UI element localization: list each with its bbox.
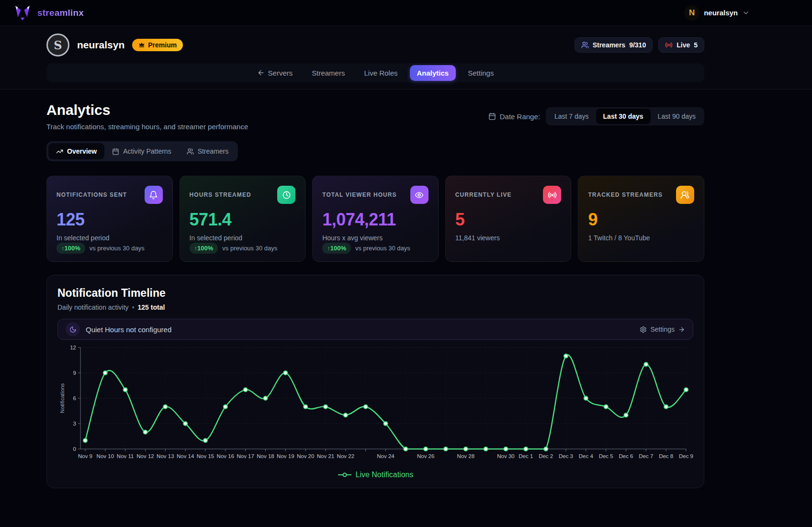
range-option-last-90-days[interactable]: Last 90 days <box>651 109 703 124</box>
data-point[interactable] <box>604 405 608 409</box>
data-point[interactable] <box>324 405 327 409</box>
nav-item-settings[interactable]: Settings <box>461 65 501 81</box>
nav-item-streamers[interactable]: Streamers <box>304 65 352 81</box>
tab-overview[interactable]: Overview <box>48 143 104 159</box>
x-tick-label: Nov 14 <box>177 453 194 459</box>
y-tick-label: 0 <box>73 446 76 452</box>
data-point[interactable] <box>183 422 187 426</box>
data-point[interactable] <box>304 405 307 409</box>
y-tick-label: 6 <box>73 395 76 401</box>
x-tick-label: Nov 28 <box>457 453 474 459</box>
data-point[interactable] <box>524 447 528 451</box>
data-point[interactable] <box>144 430 147 434</box>
arrow-right-icon <box>678 326 685 333</box>
data-point[interactable] <box>364 405 368 409</box>
data-point[interactable] <box>484 447 488 451</box>
data-point[interactable] <box>664 405 668 409</box>
nav-item-servers[interactable]: Servers <box>250 65 300 81</box>
stat-cards: NOTIFICATIONS SENT125In selected period↑… <box>46 176 704 262</box>
brand[interactable]: streamlinx <box>12 4 84 22</box>
stat-value: 9 <box>588 210 694 230</box>
data-point[interactable] <box>424 447 428 451</box>
data-point[interactable] <box>464 447 468 451</box>
stat-value: 125 <box>56 210 163 230</box>
x-tick-label: Nov 15 <box>197 453 214 459</box>
data-point[interactable] <box>203 438 207 442</box>
wolf-logo-icon <box>12 4 33 22</box>
tab-activity-patterns[interactable]: Activity Patterns <box>104 143 179 159</box>
server-header: S neuralsyn Premium Streamers 9/310 <box>0 26 812 90</box>
x-tick-label: Nov 10 <box>97 453 114 459</box>
data-point[interactable] <box>644 362 648 366</box>
chevron-down-icon <box>742 9 750 17</box>
users-icon <box>187 148 194 155</box>
data-point[interactable] <box>624 413 628 417</box>
stat-sub: 1 Twitch / 8 YouTube <box>588 234 694 242</box>
data-point[interactable] <box>444 447 448 451</box>
data-point[interactable] <box>103 371 107 375</box>
tab-streamers[interactable]: Streamers <box>179 143 237 159</box>
stat-sub: 11,841 viewers <box>455 234 562 242</box>
data-point[interactable] <box>344 413 348 417</box>
data-point[interactable] <box>244 388 248 392</box>
x-tick-label: Nov 22 <box>337 453 354 459</box>
date-range-label: Date Range: <box>500 112 540 121</box>
range-option-last-30-days[interactable]: Last 30 days <box>596 109 651 124</box>
data-point[interactable] <box>404 447 407 451</box>
data-point[interactable] <box>504 447 508 451</box>
x-tick-label: Nov 12 <box>136 453 154 459</box>
x-tick-label: Dec 2 <box>539 453 553 459</box>
x-tick-label: Dec 9 <box>679 453 693 459</box>
data-point[interactable] <box>224 405 227 409</box>
data-point[interactable] <box>584 396 588 400</box>
streamers-badge-value: 9/310 <box>629 41 646 49</box>
total-count: 125 total <box>138 303 165 311</box>
data-point[interactable] <box>384 422 388 426</box>
stat-card-hours-streamed: HOURS STREAMED571.4In selected period↑10… <box>180 176 306 262</box>
trend-badge: ↑100% <box>322 243 351 254</box>
stat-label: NOTIFICATIONS SENT <box>56 191 127 198</box>
legend-label: Live Notifications <box>356 471 414 479</box>
radio-icon <box>543 186 561 204</box>
top-nav: streamlinx N neuralsyn <box>0 0 812 26</box>
eye-icon <box>410 186 429 204</box>
x-tick-label: Nov 11 <box>117 453 134 459</box>
stat-sub: Hours x avg viewers <box>322 234 429 242</box>
gear-icon <box>640 326 647 333</box>
data-point[interactable] <box>684 388 688 392</box>
quiet-hours-settings-link[interactable]: Settings <box>640 325 685 333</box>
stat-label: HOURS STREAMED <box>190 191 251 198</box>
x-tick-label: Nov 30 <box>497 453 514 459</box>
trend-suffix: vs previous 30 days <box>90 245 145 252</box>
live-badge-value: 5 <box>694 41 698 49</box>
x-tick-label: Dec 8 <box>659 453 673 459</box>
x-tick-label: Nov 24 <box>377 453 395 459</box>
server-nav: ServersStreamersLive RolesAnalyticsSetti… <box>46 63 704 82</box>
data-point[interactable] <box>283 371 287 375</box>
data-point[interactable] <box>564 354 568 358</box>
y-tick-label: 3 <box>73 421 76 426</box>
range-option-last-7-days[interactable]: Last 7 days <box>547 109 596 124</box>
data-point[interactable] <box>124 388 127 392</box>
arrow-left-icon <box>257 69 265 77</box>
chart-legend: Live Notifications <box>57 471 693 479</box>
user-menu[interactable]: N neuralsyn <box>684 5 750 21</box>
nav-item-live-roles[interactable]: Live Roles <box>357 65 405 81</box>
data-point[interactable] <box>83 438 87 442</box>
data-point[interactable] <box>544 447 548 451</box>
nav-item-analytics[interactable]: Analytics <box>410 65 456 81</box>
stat-label: TOTAL VIEWER HOURS <box>322 191 396 198</box>
page-title: Analytics <box>46 102 248 118</box>
x-tick-label: Dec 3 <box>559 453 573 459</box>
data-point[interactable] <box>264 396 268 400</box>
streamers-count-badge[interactable]: Streamers 9/310 <box>575 37 653 53</box>
stat-value: 571.4 <box>190 210 296 230</box>
user-avatar: N <box>684 5 699 21</box>
x-tick-label: Dec 6 <box>619 453 633 459</box>
live-count-badge[interactable]: Live 5 <box>658 37 704 53</box>
users-round-icon <box>676 186 694 204</box>
crown-icon <box>138 42 145 48</box>
stat-card-tracked-streamers: TRACKED STREAMERS91 Twitch / 8 YouTube <box>578 176 704 262</box>
clock-icon <box>277 186 295 204</box>
data-point[interactable] <box>163 405 167 409</box>
